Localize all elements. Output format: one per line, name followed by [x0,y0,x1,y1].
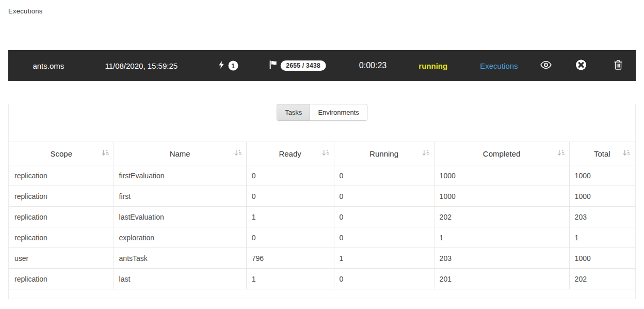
tasks-table: Scope Name Ready Running Completed Total… [9,142,635,289]
stop-circle-icon [576,59,587,72]
cell-scope: replication [9,165,114,186]
watch-button[interactable] [540,61,552,71]
table-row: user antsTask 796 1 203 1000 [9,248,635,269]
worker-count-group: 1 [218,61,238,71]
progress-count-group: 2655 / 3438 [269,60,326,71]
trash-icon [614,60,622,71]
cell-total: 203 [569,207,635,227]
cell-scope: replication [9,207,114,227]
column-header-running[interactable]: Running [334,142,434,165]
cell-running: 0 [334,186,434,207]
cell-total: 1000 [569,186,635,207]
cell-ready: 0 [246,165,334,186]
cell-ready: 0 [246,227,334,248]
flag-icon [269,60,277,71]
cell-completed: 202 [434,207,569,227]
cell-ready: 0 [246,186,334,207]
column-header-name[interactable]: Name [114,142,246,165]
cell-name: exploration [114,227,246,248]
cell-running: 0 [334,207,434,227]
execution-bar: ants.oms 11/08/2020, 15:59:25 1 2655 / 3… [8,50,636,81]
cell-scope: user [9,248,114,269]
tabs-row: Tasks Environments [9,104,635,121]
table-row: replication first 0 0 1000 1000 [9,186,635,207]
tab-tasks[interactable]: Tasks [277,104,310,120]
column-header-scope[interactable]: Scope [9,142,114,165]
cell-total: 202 [569,269,635,289]
cell-scope: replication [9,186,114,207]
cell-ready: 796 [246,248,334,269]
cell-running: 0 [334,269,434,289]
cell-running: 0 [334,227,434,248]
progress-count-badge: 2655 / 3438 [280,60,326,71]
cell-scope: replication [9,269,114,289]
execution-name: ants.oms [33,61,64,70]
status-badge: running [418,61,447,70]
worker-count-badge: 1 [228,61,238,71]
cell-total: 1 [569,227,635,248]
table-row: replication firstEvaluation 0 0 1000 100… [9,165,635,186]
cell-completed: 201 [434,269,569,289]
page-title: Executions [8,7,636,15]
sort-icon[interactable] [322,149,330,158]
execution-timestamp: 11/08/2020, 15:59:25 [105,61,178,70]
cell-completed: 1000 [434,165,569,186]
sort-icon[interactable] [234,149,242,158]
table-header-row: Scope Name Ready Running Completed Total [9,142,635,165]
stop-button[interactable] [576,59,587,72]
cell-completed: 1000 [434,186,569,207]
sort-icon[interactable] [623,149,631,158]
cell-completed: 203 [434,248,569,269]
table-row: replication lastEvaluation 1 0 202 203 [9,207,635,227]
cell-total: 1000 [569,248,635,269]
execution-card: ants.oms 11/08/2020, 15:59:25 1 2655 / 3… [8,50,636,299]
cell-running: 1 [334,248,434,269]
cell-running: 0 [334,165,434,186]
cell-name: first [114,186,246,207]
sort-icon[interactable] [422,149,430,158]
table-row: replication last 1 0 201 202 [9,269,635,289]
cell-scope: replication [9,227,114,248]
cell-completed: 1 [434,227,569,248]
column-header-completed[interactable]: Completed [434,142,569,165]
page-header: Executions [0,0,644,50]
execution-card-body: Tasks Environments Scope Name Ready Runn… [8,104,636,299]
cell-name: firstEvaluation [114,165,246,186]
cell-ready: 1 [246,207,334,227]
column-header-total[interactable]: Total [569,142,635,165]
sort-icon[interactable] [102,149,109,158]
eye-icon [540,61,552,71]
cell-name: antsTask [114,248,246,269]
cell-ready: 1 [246,269,334,289]
cell-name: last [114,269,246,289]
cell-total: 1000 [569,165,635,186]
cell-name: lastEvaluation [114,207,246,227]
column-header-ready[interactable]: Ready [246,142,334,165]
elapsed-timer: 0:00:23 [359,61,387,70]
sort-icon[interactable] [557,149,565,158]
tab-group: Tasks Environments [277,104,367,121]
delete-button[interactable] [614,60,622,71]
table-row: replication exploration 0 0 1 1 [9,227,635,248]
lightning-icon [218,61,224,71]
tab-environments[interactable]: Environments [310,104,366,120]
executions-link[interactable]: Executions [480,61,518,70]
